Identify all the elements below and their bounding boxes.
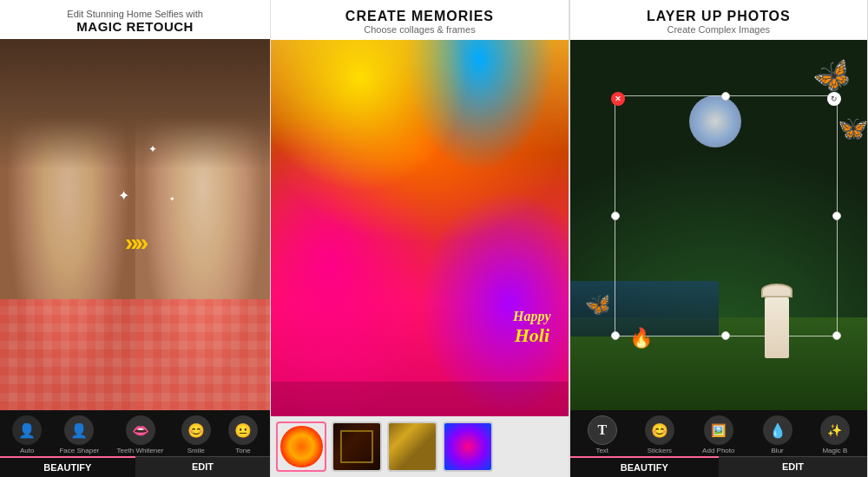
stickers-label: Stickers (648, 447, 672, 454)
tone-label: Tone (235, 447, 250, 454)
magic-b-icon: ✨ (820, 415, 850, 445)
close-handle-icon[interactable]: ✕ (611, 92, 625, 106)
toolbar-panel1: 👤 Auto 👤 Face Shaper 👄 Teeth Whitener 😊 … (0, 410, 270, 477)
teeth-whitener-icon: 👄 (126, 415, 155, 445)
panel-create-memories: CREATE MEMORIES Choose collages & frames… (271, 0, 569, 477)
frame-inner-1 (280, 426, 323, 468)
blur-icon: 💧 (763, 415, 792, 445)
main-photo-holi: Happy Holi (271, 40, 568, 416)
frame-thumbnail-strip (271, 416, 568, 477)
stickers-icon: 😊 (645, 415, 674, 445)
panel1-header: Edit Stunning Home Selfies with MAGIC RE… (0, 0, 270, 39)
frame-inner-2 (333, 423, 380, 470)
photo-bottom-shade (271, 382, 568, 416)
hair-before (0, 39, 135, 169)
add-photo-icon: 🖼️ (704, 415, 733, 445)
auto-label: Auto (20, 447, 34, 454)
toolbar-icons-row: 👤 Auto 👤 Face Shaper 👄 Teeth Whitener 😊 … (0, 410, 270, 456)
panel3-header: LAYER UP PHOTOS Create Complex Images (570, 0, 867, 40)
panel2-subtitle: Choose collages & frames (278, 24, 561, 35)
hat-element (761, 284, 792, 297)
toolbar-tabs-panel3: BEAUTIFY EDIT (570, 456, 867, 477)
tab-beautify-p1[interactable]: BEAUTIFY (0, 456, 135, 477)
panel3-title: LAYER UP PHOTOS (577, 9, 860, 24)
magic-b-label: Magic B (822, 447, 847, 454)
phone-after-image: ✦ ✦ (135, 39, 271, 410)
toolbar-icons-p3: T Text 😊 Stickers 🖼️ Add Photo 💧 Blur ✨ … (570, 410, 867, 456)
handle-bottom-middle[interactable] (721, 331, 730, 340)
handle-bottom-right[interactable] (832, 331, 841, 340)
selection-box: ✕ ↻ (615, 95, 838, 337)
handle-right-middle[interactable] (832, 212, 841, 220)
phone-images-area: »» ✦ ✦ ✦ (0, 39, 270, 410)
toolbar-icon-tone[interactable]: 😐 Tone (228, 415, 258, 454)
handle-bottom-left[interactable] (611, 331, 620, 340)
panel1-subtitle: Edit Stunning Home Selfies with (7, 9, 263, 19)
rotate-handle-icon[interactable]: ↻ (827, 92, 841, 106)
body-element (765, 297, 789, 358)
frame-thumb-2[interactable] (332, 421, 382, 472)
face-before-area (0, 39, 135, 410)
teeth-whitener-label: Teeth Whitener (117, 447, 164, 454)
panel3-subtitle: Create Complex Images (577, 24, 860, 35)
sparkle-right2: ✦ (169, 195, 175, 203)
toolbar-icon-stickers[interactable]: 😊 Stickers (645, 415, 674, 454)
phone-before-image (0, 39, 135, 410)
add-photo-label: Add Photo (702, 447, 734, 454)
smile-label: Smile (187, 447, 205, 454)
toolbar-icon-auto[interactable]: 👤 Auto (12, 415, 42, 454)
face-shaper-label: Face Shaper (59, 447, 99, 454)
person-silhouette (761, 284, 792, 358)
toolbar-icon-smile[interactable]: 😊 Smile (181, 415, 211, 454)
butterfly-3: 🦋 (583, 291, 613, 320)
holi-background (271, 40, 568, 416)
plaid-bg-left (0, 299, 135, 410)
sparkle-left: ✦ (118, 187, 129, 204)
flame-sticker: 🔥 (629, 327, 653, 350)
arrows-overlay: »» (125, 229, 145, 257)
panel1-title: MAGIC RETOUCH (7, 19, 263, 34)
tab-beautify-p3[interactable]: BEAUTIFY (570, 456, 719, 477)
smile-icon: 😊 (181, 415, 211, 445)
happy-text: Happy (513, 309, 551, 324)
sparkle-right: ✦ (148, 143, 157, 155)
toolbar-icon-text[interactable]: T Text (588, 415, 617, 454)
happy-holi-overlay: Happy Holi (513, 309, 551, 347)
handle-left-middle[interactable] (611, 212, 620, 220)
toolbar-icon-face-shaper[interactable]: 👤 Face Shaper (59, 415, 99, 454)
face-shaper-icon: 👤 (64, 415, 94, 445)
toolbar-panel3: T Text 😊 Stickers 🖼️ Add Photo 💧 Blur ✨ … (570, 410, 867, 477)
handle-top-middle[interactable] (721, 92, 730, 101)
panel-layer-photos: LAYER UP PHOTOS Create Complex Images 🦋 … (569, 0, 868, 477)
toolbar-icon-blur[interactable]: 💧 Blur (763, 415, 792, 454)
toolbar-icon-magic-b[interactable]: ✨ Magic B (820, 415, 850, 454)
frame-inner-3 (389, 423, 436, 470)
frame-inner-4 (444, 423, 491, 470)
tab-edit-p3[interactable]: EDIT (719, 456, 867, 477)
auto-icon: 👤 (12, 415, 42, 445)
butterfly-2: 🦋 (834, 112, 867, 146)
face-after-area: ✦ ✦ (135, 39, 271, 410)
frame-thumb-1[interactable] (276, 421, 326, 472)
holi-text: Holi (513, 324, 551, 347)
layer-photo-main: 🦋 🦋 🦋 ✕ ↻ 🔥 (570, 40, 867, 410)
text-icon: T (588, 415, 617, 445)
text-label: Text (595, 447, 608, 454)
toolbar-icon-teeth-whitener[interactable]: 👄 Teeth Whitener (117, 415, 164, 454)
panel-magic-retouch: Edit Stunning Home Selfies with MAGIC RE… (0, 0, 271, 477)
panel2-title: CREATE MEMORIES (278, 9, 561, 24)
toolbar-tabs-panel1: BEAUTIFY EDIT (0, 456, 270, 477)
toolbar-icon-add-photo[interactable]: 🖼️ Add Photo (702, 415, 734, 454)
frame-thumb-3[interactable] (387, 421, 437, 472)
frame-thumb-4[interactable] (443, 421, 493, 472)
panel2-header: CREATE MEMORIES Choose collages & frames (271, 0, 568, 40)
tab-edit-p1[interactable]: EDIT (135, 456, 271, 477)
plaid-bg-right (135, 299, 271, 410)
tone-icon: 😐 (228, 415, 258, 445)
blur-label: Blur (772, 447, 784, 454)
